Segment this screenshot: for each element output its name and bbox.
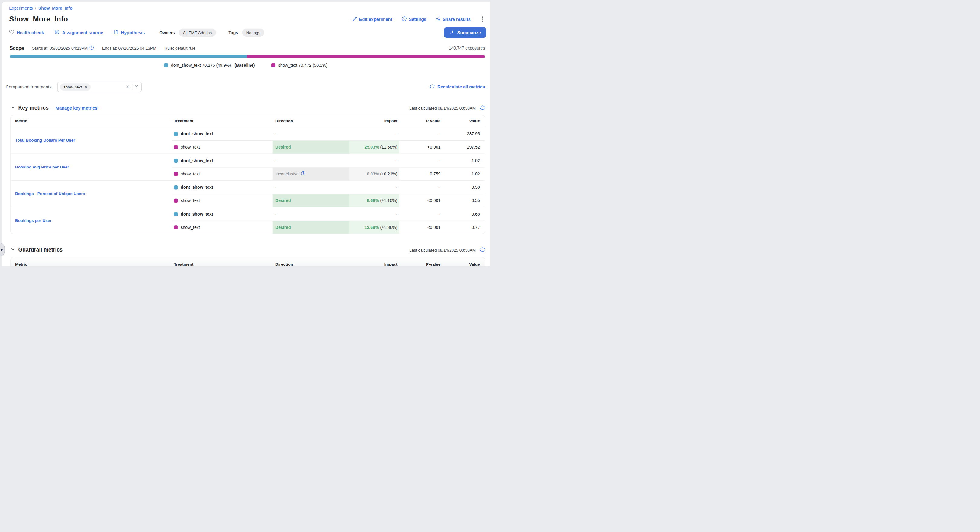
guardrail-lastcalc: Last calculated 08/14/2025 03:50AM xyxy=(409,247,485,253)
metric-link[interactable]: Total Booking Dollars Per User xyxy=(15,138,75,143)
col-metric: Metric xyxy=(11,262,172,266)
refresh-icon xyxy=(430,84,435,90)
metric-link[interactable]: Bookings per User xyxy=(15,218,51,224)
select-clear-icon[interactable]: ✕ xyxy=(124,84,131,89)
more-options-kebab-icon[interactable] xyxy=(480,15,485,23)
col-impact: Impact xyxy=(349,262,399,266)
direction-cell: Desired xyxy=(273,141,349,154)
owners-group: Owners: All FME Admins xyxy=(159,29,216,36)
owners-pill[interactable]: All FME Admins xyxy=(179,29,216,36)
impact-value: 25.03% xyxy=(364,145,379,150)
treatment-swatch xyxy=(174,145,178,149)
treatment-name: show_text xyxy=(181,145,200,150)
breadcrumb-current[interactable]: Show_More_Info xyxy=(38,6,73,11)
guardrail-lastcalc-label: Last calculated 08/14/2025 03:50AM xyxy=(409,248,476,253)
col-value: Value xyxy=(443,119,485,124)
sparkles-icon xyxy=(450,29,455,35)
breadcrumb: Experiments / Show_More_Info xyxy=(2,2,490,11)
metric-group: Booking Avg Price per User dont_show_tex… xyxy=(11,154,485,181)
edit-experiment-button[interactable]: Edit experiment xyxy=(352,16,392,22)
health-check-link[interactable]: Health check xyxy=(9,29,44,35)
metric-link[interactable]: Booking Avg Price per User xyxy=(15,164,69,170)
treatment-chip[interactable]: show_text ✕ xyxy=(60,83,91,91)
settings-button[interactable]: Settings xyxy=(402,16,426,22)
breadcrumb-separator: / xyxy=(35,6,36,11)
value-cell: 1.02 xyxy=(443,154,485,167)
value-cell: 297.52 xyxy=(443,141,485,154)
legend-item-treatment: show_text 70,472 (50.1%) xyxy=(271,63,328,68)
chip-remove-icon[interactable]: ✕ xyxy=(84,85,87,89)
baseline-swatch xyxy=(174,212,178,216)
pvalue-cell: - xyxy=(399,154,443,167)
recalculate-all-metrics-button[interactable]: Recalculate all metrics xyxy=(430,84,485,90)
allocation-bar-treatment xyxy=(247,55,485,58)
pvalue-cell: <0.001 xyxy=(399,221,443,234)
guardrail-metrics-table: Metric Treatment Direction Impact P-valu… xyxy=(10,257,485,266)
allocation-bar xyxy=(10,55,485,58)
value-cell: 1.02 xyxy=(443,168,485,181)
collapse-chevron-icon[interactable] xyxy=(10,105,15,111)
col-impact: Impact xyxy=(349,119,399,124)
help-icon[interactable] xyxy=(301,171,306,176)
col-direction: Direction xyxy=(273,119,349,124)
treatment-swatch xyxy=(271,64,275,68)
table-row: show_text Inconclusive 0.03%(±0.21%) 0.7… xyxy=(172,167,485,181)
assignment-source-link[interactable]: Assignment source xyxy=(55,29,103,35)
document-icon xyxy=(114,30,119,35)
scope-rule: Rule: default rule xyxy=(165,46,196,51)
scope-ends: Ends at: 07/10/2025 04:13PM xyxy=(102,46,156,51)
treatment-chip-label: show_text xyxy=(64,84,82,89)
impact-value: 8.68% xyxy=(367,199,379,203)
chevron-down-icon[interactable] xyxy=(134,84,139,90)
tags-pill[interactable]: No tags xyxy=(242,29,264,36)
value-cell: 0.68 xyxy=(443,207,485,221)
gear-icon xyxy=(402,16,407,22)
hypothesis-link[interactable]: Hypothesis xyxy=(114,30,145,35)
treatment-name: dont_show_text xyxy=(181,212,213,216)
guardrail-metrics-header: Guardrail metrics Last calculated 08/14/… xyxy=(2,247,490,253)
baseline-badge: (Baseline) xyxy=(234,63,255,68)
pvalue-cell: <0.001 xyxy=(399,141,443,154)
metric-group: Bookings per User dont_show_text - - - 0… xyxy=(11,207,485,234)
value-cell: 0.55 xyxy=(443,194,485,207)
tags-label: Tags: xyxy=(228,30,240,35)
baseline-swatch xyxy=(174,159,178,163)
key-metrics-table: Metric Treatment Direction Impact P-valu… xyxy=(10,115,485,234)
share-results-button[interactable]: Share results xyxy=(436,16,470,22)
impact-value: - xyxy=(396,158,398,163)
scope-starts: Starts at: 05/01/2025 04:13PM xyxy=(32,45,94,51)
direction-label: Inconclusive xyxy=(275,172,299,176)
metric-link[interactable]: Bookings - Percent of Unique Users xyxy=(15,191,85,197)
key-metrics-title: Key metrics xyxy=(18,105,48,111)
info-icon[interactable] xyxy=(89,45,94,51)
key-metrics-header: Key metrics Manage key metrics Last calc… xyxy=(2,105,490,111)
comparison-treatments-select[interactable]: show_text ✕ ✕ xyxy=(57,81,142,92)
table-row: dont_show_text - - - 1.02 xyxy=(172,154,485,167)
impact-value: 0.03% xyxy=(367,172,379,176)
treatment-name: dont_show_text xyxy=(181,158,213,163)
key-metrics-lastcalc: Last calculated 08/14/2025 03:50AM xyxy=(409,105,485,111)
refresh-icon[interactable] xyxy=(480,105,485,111)
legend-treatment-label: show_text 70,472 (50.1%) xyxy=(278,63,328,68)
tags-group: Tags: No tags xyxy=(228,29,264,36)
treatment-swatch xyxy=(174,172,178,176)
pvalue-cell: - xyxy=(399,127,443,140)
treatment-name: show_text xyxy=(181,225,200,230)
impact-ci: (±0.21%) xyxy=(380,172,398,176)
summarize-button[interactable]: Summarize xyxy=(444,27,486,37)
value-cell: 0.77 xyxy=(443,221,485,234)
edit-experiment-label: Edit experiment xyxy=(359,17,392,22)
direction-cell: - xyxy=(273,207,349,221)
treatment-swatch xyxy=(174,225,178,229)
refresh-icon[interactable] xyxy=(480,247,485,253)
settings-label: Settings xyxy=(409,17,426,22)
breadcrumb-experiments[interactable]: Experiments xyxy=(9,6,33,11)
owners-label: Owners: xyxy=(159,30,176,35)
value-cell: 237.95 xyxy=(443,127,485,140)
select-divider xyxy=(132,84,133,90)
collapse-chevron-icon[interactable] xyxy=(10,247,15,253)
impact-value: - xyxy=(396,131,398,136)
treatment-name: dont_show_text xyxy=(181,131,213,136)
manage-key-metrics-link[interactable]: Manage key metrics xyxy=(56,105,97,111)
comparison-row: Comparison treatments show_text ✕ ✕ Reca… xyxy=(2,81,490,92)
